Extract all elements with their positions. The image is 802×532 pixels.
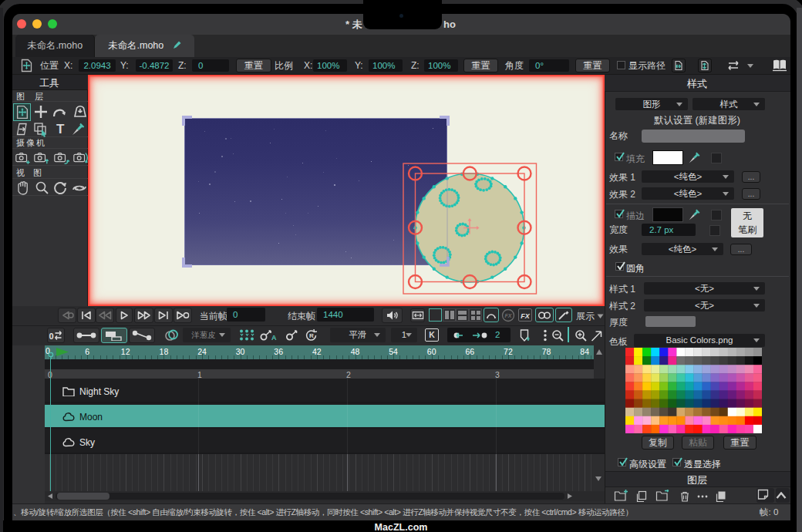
svg-text:A: A: [271, 334, 277, 342]
svg-text:R: R: [309, 332, 314, 339]
svg-text:FX: FX: [505, 313, 513, 318]
svg-text:FX: FX: [521, 311, 530, 319]
svg-text:0: 0: [49, 332, 53, 341]
